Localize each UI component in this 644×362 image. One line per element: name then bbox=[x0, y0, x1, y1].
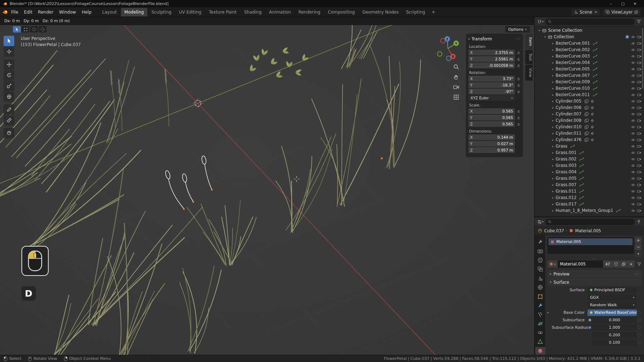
hide-toggle-eye-icon[interactable] bbox=[630, 80, 636, 84]
render-toggle-camera-icon[interactable] bbox=[636, 163, 642, 168]
outliner-object-row[interactable]: ▸ Cylinder.008 bbox=[535, 117, 644, 124]
tool-tab[interactable] bbox=[535, 238, 545, 246]
render-tab[interactable] bbox=[535, 247, 545, 255]
remove-slot-button[interactable]: − bbox=[635, 244, 641, 250]
sidebar-tab[interactable]: View bbox=[525, 65, 533, 80]
render-toggle-camera-icon[interactable] bbox=[636, 150, 642, 155]
outliner-filter-icon[interactable] bbox=[636, 19, 641, 24]
dimension-number-field[interactable]: Z0.957 m bbox=[468, 147, 515, 153]
hide-toggle-eye-icon[interactable] bbox=[630, 105, 636, 110]
outliner-object-row[interactable]: ▸ Human_1_8_Meters_Group1 bbox=[535, 207, 644, 214]
expand-arrow[interactable]: ▸ bbox=[551, 113, 555, 116]
render-toggle-camera-icon[interactable] bbox=[636, 41, 642, 46]
3d-viewport[interactable]: Z Y X bbox=[0, 25, 534, 355]
outliner-object-row[interactable]: ▸ BezierCurve.001 bbox=[535, 40, 644, 46]
object-tab[interactable] bbox=[535, 292, 545, 300]
outliner-object-row[interactable]: ▸ Grass.002 bbox=[535, 156, 644, 162]
scene-tab[interactable] bbox=[535, 274, 545, 282]
outliner-object-row[interactable]: ▸ Cylinder.005 bbox=[535, 98, 644, 104]
pan-hand-icon[interactable] bbox=[454, 75, 457, 79]
rotation-number-field[interactable]: Z-97° bbox=[468, 89, 515, 94]
scale-number-field[interactable]: X0.565 bbox=[468, 108, 515, 114]
hide-toggle-eye-icon[interactable] bbox=[630, 170, 636, 174]
hide-toggle-eye-icon[interactable] bbox=[630, 35, 636, 39]
render-toggle-camera-icon[interactable] bbox=[636, 112, 642, 116]
hide-toggle-eye-icon[interactable] bbox=[630, 157, 636, 162]
outliner-object-row[interactable]: ▸ Cylinder.006 bbox=[535, 104, 644, 111]
expand-arrow[interactable]: ▸ bbox=[551, 93, 555, 96]
lock-icon[interactable] bbox=[515, 77, 521, 81]
material-slot-list[interactable]: Material.005 bbox=[547, 237, 634, 254]
selected-flower-stems[interactable] bbox=[165, 155, 212, 209]
outliner-object-row[interactable]: ▸ Grass.017 bbox=[535, 201, 644, 207]
render-toggle-camera-icon[interactable] bbox=[636, 144, 642, 149]
perspective-toggle-icon[interactable] bbox=[454, 95, 458, 99]
render-toggle-camera-icon[interactable] bbox=[636, 183, 642, 187]
outliner-object-row[interactable]: ▸ BezierCurve.005 bbox=[535, 66, 644, 72]
render-toggle-camera-icon[interactable] bbox=[636, 202, 642, 207]
radius-value-field-2[interactable]: 0.200 bbox=[592, 332, 637, 338]
hide-toggle-eye-icon[interactable] bbox=[630, 93, 636, 97]
location-number-field[interactable]: X2.3755 m bbox=[468, 50, 515, 55]
blender-logo-menu[interactable] bbox=[2, 9, 8, 15]
sidebar-tab[interactable]: Tool bbox=[525, 50, 533, 64]
hide-toggle-eye-icon[interactable] bbox=[630, 202, 636, 207]
animate-dot[interactable] bbox=[637, 326, 641, 329]
hide-toggle-eye-icon[interactable] bbox=[630, 138, 636, 142]
measure-tool[interactable] bbox=[4, 115, 14, 125]
workspace-tab[interactable]: Rendering bbox=[295, 8, 324, 16]
output-tab[interactable] bbox=[535, 256, 545, 264]
hide-toggle-eye-icon[interactable] bbox=[630, 144, 636, 149]
expand-arrow[interactable]: ▸ bbox=[551, 125, 555, 129]
workspace-tab[interactable]: Modeling bbox=[121, 8, 148, 16]
render-toggle-camera-icon[interactable] bbox=[636, 118, 642, 123]
viewport-scene[interactable]: Z Y X bbox=[0, 25, 534, 355]
physics-tab[interactable] bbox=[535, 320, 545, 328]
hide-toggle-eye-icon[interactable] bbox=[630, 48, 636, 52]
scale-number-field[interactable]: Y0.565 bbox=[468, 115, 515, 120]
radius-value-field-3[interactable]: 0.100 bbox=[592, 339, 637, 346]
render-toggle-camera-icon[interactable] bbox=[636, 73, 642, 78]
gizmo-neg-z-axis[interactable] bbox=[447, 56, 451, 61]
expand-arrow[interactable]: ▸ bbox=[551, 209, 555, 212]
transform-tool[interactable] bbox=[4, 91, 14, 102]
expand-arrow[interactable]: ▸ bbox=[551, 74, 555, 77]
material-name-field[interactable]: Material.005 bbox=[558, 261, 603, 268]
expand-arrow[interactable]: ▸ bbox=[551, 61, 555, 64]
object-data-tab[interactable] bbox=[535, 338, 545, 346]
hide-toggle-eye-icon[interactable] bbox=[630, 54, 636, 59]
expand-arrow[interactable]: ▸ bbox=[551, 151, 555, 154]
maximize-button[interactable]: □ bbox=[617, 2, 629, 6]
hide-toggle-eye-icon[interactable] bbox=[630, 195, 636, 200]
outliner-object-row[interactable]: ▸ Cylinder.011 bbox=[535, 130, 644, 137]
move-tool[interactable] bbox=[4, 59, 14, 70]
hide-toggle-eye-icon[interactable] bbox=[630, 189, 636, 194]
hide-toggle-eye-icon[interactable] bbox=[630, 60, 636, 65]
lock-icon[interactable] bbox=[515, 90, 521, 94]
lock-icon[interactable] bbox=[515, 83, 521, 87]
close-button[interactable]: ✕ bbox=[629, 2, 641, 6]
menu-item[interactable]: Window bbox=[56, 8, 79, 16]
panel-grip[interactable]: ∷∷ bbox=[516, 37, 521, 41]
select-mode-subtract[interactable] bbox=[30, 26, 38, 33]
fake-user-shield-button[interactable] bbox=[613, 261, 620, 268]
view-layer-tab[interactable] bbox=[535, 265, 545, 273]
expand-arrow[interactable]: ▸ bbox=[551, 106, 555, 109]
dimension-number-field[interactable]: X0.144 m bbox=[468, 134, 515, 140]
outliner-object-row[interactable]: ▸ BezierCurve.011 bbox=[535, 91, 644, 98]
expand-arrow[interactable]: ▸ bbox=[551, 177, 555, 180]
expand-arrow[interactable]: ▸ bbox=[551, 55, 555, 58]
camera-view-icon[interactable] bbox=[454, 86, 459, 89]
expand-arrow[interactable]: ▸ bbox=[551, 132, 555, 135]
expand-arrow[interactable]: ▸ bbox=[551, 183, 555, 187]
render-toggle-camera-icon[interactable] bbox=[636, 189, 642, 194]
hide-toggle-eye-icon[interactable] bbox=[630, 176, 636, 181]
outliner-object-row[interactable]: ▸ Grass.001 bbox=[535, 149, 644, 156]
slot-specials-menu[interactable]: ▾ bbox=[635, 251, 641, 257]
workspace-tab[interactable]: Shading bbox=[240, 8, 265, 16]
expand-arrow[interactable]: ▸ bbox=[551, 170, 555, 174]
lock-icon[interactable] bbox=[515, 51, 521, 55]
rotation-number-field[interactable]: Y-16.3° bbox=[468, 82, 515, 88]
render-toggle-camera-icon[interactable] bbox=[636, 99, 642, 104]
hide-toggle-eye-icon[interactable] bbox=[630, 208, 636, 213]
